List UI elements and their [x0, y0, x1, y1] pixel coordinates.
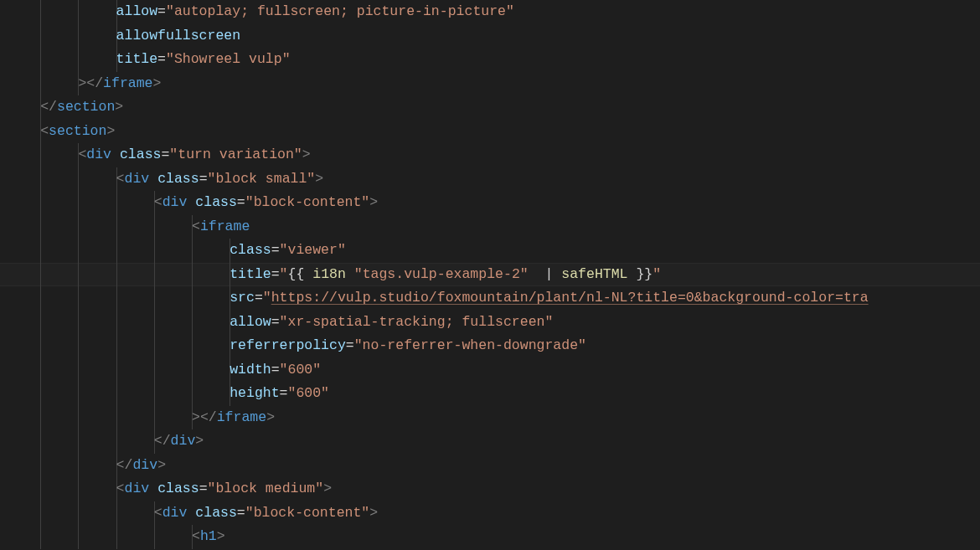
code-line[interactable]: title="Showreel vulp"	[0, 48, 980, 72]
token-tag: section	[49, 123, 106, 139]
token-str: "Showreel vulp"	[166, 51, 291, 67]
token-str: "tags.vulp-example-2"	[354, 266, 529, 282]
token-tag: div	[86, 146, 111, 162]
token-pun: <	[192, 528, 200, 544]
code-line[interactable]: title="{{ i18n "tags.vulp-example-2" | s…	[0, 263, 980, 287]
token-eq: =	[199, 481, 208, 496]
line-text: <h1>	[0, 525, 225, 549]
line-text: ></iframe>	[0, 406, 275, 430]
code-line[interactable]: <div class="block-content">	[0, 501, 980, 526]
token-attr: referrerpolicy	[230, 337, 346, 353]
token-pun: >	[153, 75, 162, 91]
token-eq	[111, 146, 120, 162]
line-text: <div class="block-content">	[0, 501, 378, 526]
token-str: "viewer"	[280, 242, 346, 258]
token-eq: =	[271, 242, 280, 258]
line-text: allow="xr-spatial-tracking; fullscreen"	[0, 311, 553, 335]
token-tmpl: |	[529, 266, 562, 282]
line-text: allow="autoplay; fullscreen; picture-in-…	[0, 0, 514, 24]
token-tag: div	[125, 171, 150, 187]
token-str: "block-content"	[245, 194, 370, 210]
token-pun: </	[154, 433, 171, 449]
line-text: title="{{ i18n "tags.vulp-example-2" | s…	[0, 263, 661, 287]
token-attr: class	[157, 171, 199, 187]
code-line[interactable]: <div class="block-content">	[0, 191, 980, 215]
token-str: "block medium"	[208, 481, 324, 496]
token-eq: =	[271, 314, 280, 330]
token-kw: i18n	[312, 266, 346, 282]
code-line[interactable]: allowfullscreen	[0, 24, 980, 49]
code-line[interactable]: <div class="block medium">	[0, 477, 980, 501]
token-pun: >	[195, 433, 204, 449]
token-tag: iframe	[217, 409, 266, 425]
token-eq: =	[237, 194, 245, 210]
token-pun: <	[154, 505, 162, 521]
code-line[interactable]: referrerpolicy="no-referrer-when-downgra…	[0, 334, 980, 358]
token-str: "turn variation"	[169, 146, 302, 162]
token-pun: >	[157, 457, 166, 473]
token-tag: iframe	[200, 218, 250, 234]
token-attr: src	[230, 290, 255, 306]
line-text: <div class="block medium">	[0, 477, 332, 501]
code-line[interactable]: <div class="turn variation">	[0, 143, 980, 167]
token-eq	[187, 194, 195, 210]
code-line[interactable]: ></iframe>	[0, 406, 980, 430]
token-tag: section	[57, 99, 115, 115]
token-tag: div	[125, 481, 150, 496]
token-attr: height	[230, 385, 279, 401]
token-pun: <	[192, 218, 200, 234]
code-line[interactable]: </section>	[0, 95, 980, 120]
line-text: <div class="block small">	[0, 167, 323, 192]
token-tag: div	[171, 433, 196, 449]
token-attr: title	[230, 266, 271, 282]
token-attr: allowfullscreen	[116, 28, 241, 44]
token-pun: >	[106, 123, 115, 139]
token-str: "block small"	[208, 171, 316, 187]
token-eq	[149, 171, 157, 187]
token-eq: =	[237, 505, 245, 521]
code-line[interactable]: allow="xr-spatial-tracking; fullscreen"	[0, 311, 980, 335]
line-text: <div class="turn variation">	[0, 143, 311, 167]
token-pun: >	[115, 99, 123, 115]
token-str: "no-referrer-when-downgrade"	[354, 337, 586, 353]
line-text: ></iframe>	[0, 72, 161, 96]
code-line[interactable]: <iframe	[0, 215, 980, 239]
code-line[interactable]: </div>	[0, 429, 980, 454]
code-line[interactable]: allow="autoplay; fullscreen; picture-in-…	[0, 0, 980, 24]
token-pun: ></	[78, 75, 103, 91]
token-attr: class	[195, 505, 237, 521]
token-str: "xr-spatial-tracking; fullscreen"	[280, 314, 554, 330]
token-eq: =	[255, 290, 263, 306]
token-str: "block-content"	[245, 505, 370, 521]
code-line[interactable]: ></iframe>	[0, 72, 980, 96]
code-line[interactable]: width="600"	[0, 358, 980, 383]
token-pun: <	[116, 481, 125, 496]
token-attr: class	[195, 194, 237, 210]
code-editor[interactable]: allow="autoplay; fullscreen; picture-in-…	[0, 0, 980, 550]
code-line[interactable]: <div class="block small">	[0, 167, 980, 192]
token-eq: =	[271, 266, 280, 282]
token-str: "600"	[280, 362, 322, 378]
token-tag: div	[132, 457, 157, 473]
line-text: title="Showreel vulp"	[0, 48, 291, 72]
code-line[interactable]: src="https://vulp.studio/foxmountain/pla…	[0, 286, 980, 311]
token-eq: =	[157, 3, 166, 19]
token-pun: >	[369, 194, 378, 210]
line-text: </div>	[0, 454, 166, 478]
line-text: referrerpolicy="no-referrer-when-downgra…	[0, 334, 586, 358]
token-attr: width	[230, 362, 271, 378]
token-link[interactable]: https://vulp.studio/foxmountain/plant/nl…	[271, 290, 869, 306]
line-text: <iframe	[0, 215, 250, 239]
line-text: src="https://vulp.studio/foxmountain/pla…	[0, 286, 869, 311]
line-text: height="600"	[0, 382, 329, 406]
code-line[interactable]: class="viewer"	[0, 239, 980, 263]
token-tag: div	[162, 505, 188, 521]
token-attr: class	[230, 242, 271, 258]
token-pun: >	[217, 528, 225, 544]
code-line[interactable]: height="600"	[0, 382, 980, 406]
code-line[interactable]: </div>	[0, 454, 980, 478]
code-line[interactable]: <section>	[0, 120, 980, 144]
token-pun: >	[369, 505, 378, 521]
code-line[interactable]: <h1>	[0, 525, 980, 549]
token-eq	[149, 481, 157, 496]
